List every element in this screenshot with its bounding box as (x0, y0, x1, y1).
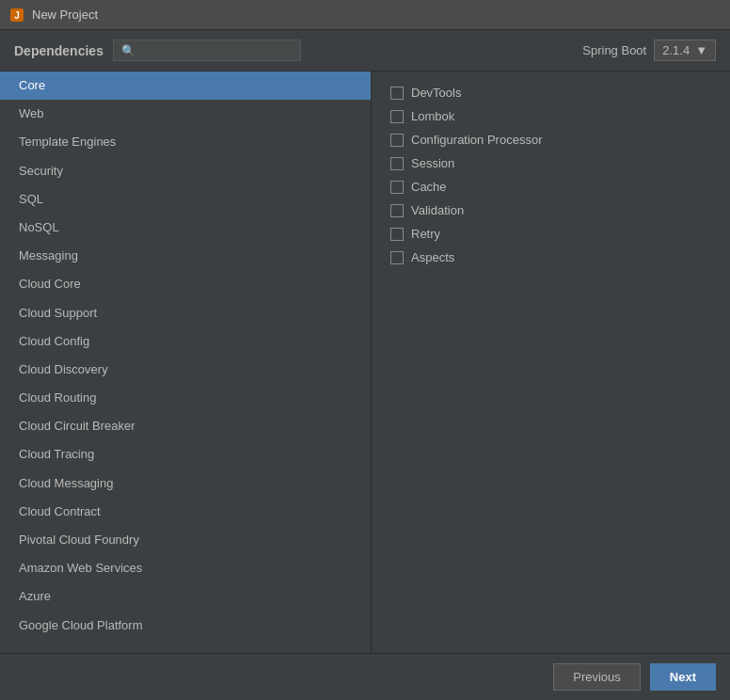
dependency-aspects[interactable]: Aspects (386, 246, 716, 269)
spring-boot-label: Spring Boot (582, 43, 646, 57)
validation-checkbox[interactable] (390, 204, 404, 217)
category-item-security[interactable]: Security (0, 157, 371, 185)
aspects-checkbox[interactable] (390, 251, 404, 264)
retry-checkbox[interactable] (390, 228, 404, 241)
dependency-devtools[interactable]: DevTools (386, 81, 716, 104)
dependency-lombok[interactable]: Lombok (386, 104, 716, 128)
dependency-validation[interactable]: Validation (386, 199, 716, 222)
main-content: Core Web Template Engines Security SQL N… (0, 72, 730, 653)
aspects-label: Aspects (411, 250, 454, 264)
new-project-dialog: Dependencies 🔍 Spring Boot 2.1.4 ▼ Core … (0, 30, 730, 700)
category-item-pivotal-cloud-foundry[interactable]: Pivotal Cloud Foundry (0, 526, 371, 554)
category-item-azure[interactable]: Azure (0, 582, 371, 611)
dropdown-arrow-icon: ▼ (695, 43, 707, 57)
search-icon: 🔍 (121, 44, 135, 57)
configuration-processor-label: Configuration Processor (411, 133, 542, 147)
configuration-processor-checkbox[interactable] (390, 134, 404, 147)
category-item-cloud-discovery[interactable]: Cloud Discovery (0, 356, 371, 384)
retry-label: Retry (411, 227, 440, 241)
dependency-configuration-processor[interactable]: Configuration Processor (386, 128, 716, 151)
category-item-messaging[interactable]: Messaging (0, 242, 371, 270)
category-item-amazon-web-services[interactable]: Amazon Web Services (0, 554, 371, 582)
category-item-google-cloud-platform[interactable]: Google Cloud Platform (0, 612, 371, 640)
session-checkbox[interactable] (390, 157, 404, 170)
dependency-cache[interactable]: Cache (386, 175, 716, 199)
category-item-cloud-messaging[interactable]: Cloud Messaging (0, 469, 371, 498)
spring-boot-version: 2.1.4 (662, 43, 690, 57)
category-item-cloud-support[interactable]: Cloud Support (0, 299, 371, 327)
lombok-label: Lombok (411, 109, 454, 123)
dialog-footer: Previous Next (0, 653, 730, 700)
spring-boot-version-dropdown[interactable]: 2.1.4 ▼ (654, 40, 716, 61)
window-title: New Project (32, 8, 98, 22)
lombok-checkbox[interactable] (390, 110, 404, 123)
category-item-core[interactable]: Core (0, 72, 371, 100)
dependencies-label: Dependencies (14, 43, 103, 58)
category-item-cloud-tracing[interactable]: Cloud Tracing (0, 440, 371, 469)
category-item-template-engines[interactable]: Template Engines (0, 128, 371, 156)
search-input[interactable] (140, 43, 298, 57)
category-item-cloud-routing[interactable]: Cloud Routing (0, 384, 371, 412)
category-item-cloud-contract[interactable]: Cloud Contract (0, 498, 371, 526)
dependency-session[interactable]: Session (386, 151, 716, 175)
app-icon: J (9, 8, 24, 23)
category-item-sql[interactable]: SQL (0, 185, 371, 214)
svg-text:J: J (14, 10, 20, 21)
spring-boot-section: Spring Boot 2.1.4 ▼ (582, 40, 716, 61)
dependency-retry[interactable]: Retry (386, 222, 716, 246)
next-button[interactable]: Next (650, 663, 716, 691)
category-item-web[interactable]: Web (0, 100, 371, 128)
dependencies-panel: DevTools Lombok Configuration Processor … (372, 72, 730, 653)
dialog-header: Dependencies 🔍 Spring Boot 2.1.4 ▼ (0, 30, 730, 72)
validation-label: Validation (411, 203, 464, 217)
cache-label: Cache (411, 180, 447, 194)
search-box[interactable]: 🔍 (113, 40, 301, 61)
cache-checkbox[interactable] (390, 181, 404, 194)
previous-button[interactable]: Previous (553, 663, 641, 691)
category-item-cloud-core[interactable]: Cloud Core (0, 270, 371, 298)
category-item-cloud-config[interactable]: Cloud Config (0, 327, 371, 356)
title-bar: J New Project (0, 0, 730, 30)
session-label: Session (411, 156, 454, 170)
categories-panel: Core Web Template Engines Security SQL N… (0, 72, 372, 653)
category-item-cloud-circuit-breaker[interactable]: Cloud Circuit Breaker (0, 412, 371, 440)
category-item-nosql[interactable]: NoSQL (0, 214, 371, 242)
devtools-label: DevTools (411, 86, 461, 100)
devtools-checkbox[interactable] (390, 87, 404, 100)
